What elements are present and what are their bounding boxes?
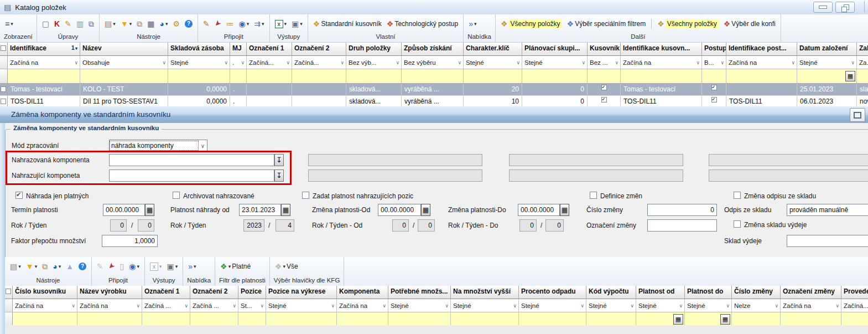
filter-input-ozna-en-1[interactable]	[247, 69, 292, 83]
row-select-cell[interactable]	[0, 84, 8, 95]
filter-input-pozice[interactable]	[238, 312, 266, 326]
mode-select[interactable]: náhrada komponenty ∨	[109, 140, 207, 152]
filter-select-platnost-do[interactable]: Stejné∨	[685, 299, 732, 312]
filter-input-pozice-na-v-krese[interactable]	[266, 312, 337, 326]
validity-change-to-calendar-button[interactable]: ▦	[560, 204, 569, 216]
column-header-zalo-il[interactable]: Založil	[857, 43, 868, 55]
compass-icon-button[interactable]: ◕▾	[51, 262, 62, 271]
filter-select-druh-polo-ky[interactable]: Bez výb...∨	[346, 56, 402, 69]
replacement-valid-from-input[interactable]: 23.01.2023	[239, 204, 281, 216]
column-header-komponenta[interactable]: Komponenta	[337, 286, 388, 299]
media-icon-button[interactable]: ◉▾	[128, 262, 141, 271]
column-header-ozna-en-1[interactable]: Označení 1	[142, 286, 190, 299]
minimize-button[interactable]	[813, 2, 833, 13]
grid-report-icon-button[interactable]: ▦	[146, 19, 155, 28]
column-header-slo-zm-ny[interactable]: Číslo změny	[732, 286, 781, 299]
validity-change-from-input[interactable]: 00.00.0000	[378, 204, 421, 216]
kfg-header-filter-button[interactable]: ❖▾Vše	[274, 262, 299, 271]
archive-replaced-checkbox[interactable]	[173, 192, 180, 199]
filter-select-k-d-v-po-tu[interactable]: Stejné∨	[586, 299, 636, 312]
filter-input-pot-ebn-mno-s[interactable]	[388, 312, 451, 326]
filter-input-proveden[interactable]	[841, 312, 868, 326]
column-header-ozna-en-1[interactable]: Označení 1	[247, 43, 292, 55]
filter-input-na-mno-stv-vy[interactable]	[451, 312, 519, 326]
validity-term-calendar-button[interactable]: ▦	[145, 204, 154, 216]
filter-input-postup[interactable]	[702, 69, 726, 83]
issue-warehouse-change-checkbox[interactable]	[734, 220, 741, 228]
column-header-datum-zalo-en[interactable]: Datum založení	[797, 43, 857, 55]
filter-input-zp-sob-z-sk-n[interactable]	[402, 69, 464, 83]
cell-checkbox[interactable]	[711, 97, 717, 102]
agenda-icon-button[interactable]: ▤▾	[103, 19, 117, 28]
filter-select-datum-zalo-en[interactable]: Stejné∨	[797, 56, 857, 69]
replaced-component-lookup-button[interactable]: ↧	[274, 154, 284, 166]
filter-select-slo-kusovn-ku[interactable]: Začíná na∨	[13, 299, 77, 312]
filter-input-platnost-do[interactable]: ▦	[685, 312, 732, 326]
settings-icon-button[interactable]: ⚙	[172, 19, 181, 28]
column-header-charakter-kl[interactable]: Charakter.klíč	[464, 43, 522, 55]
filter-select-ozna-en-2[interactable]: Začíná...∨	[292, 56, 346, 69]
filter-select-ozna-en-2[interactable]: Začíná ...∨	[190, 299, 238, 312]
filter-select-identifikace-kusovn[interactable]: Začíná na∨	[621, 56, 702, 69]
filter-select-postup[interactable]: B...∨	[702, 56, 726, 69]
filter-input-n-zev[interactable]	[80, 69, 168, 83]
filter-input-identifikace[interactable]	[8, 69, 80, 83]
table-row[interactable]: Tomas - testovacíKOLO - TEST0,0000.sklad…	[0, 84, 868, 96]
filter-select-identifikace-post[interactable]: Začíná na∨	[726, 56, 797, 69]
change-definition-checkbox[interactable]	[590, 192, 597, 199]
column-header-n-zev[interactable]: Název	[80, 43, 168, 55]
filter-select-na-mno-stv-vy[interactable]: Stejné∨	[451, 299, 519, 312]
filter-icon-button[interactable]: ▼▾	[25, 262, 38, 271]
quantity-factor-input[interactable]: 1,0000	[102, 235, 158, 247]
menu-more-icon-button[interactable]: »▾	[467, 19, 477, 28]
replacement-valid-from-calendar-button[interactable]: ▦	[281, 204, 290, 216]
column-header-pl-novac-skupi[interactable]: Plánovací skupi...	[522, 43, 588, 55]
column-header-ozna-en-zm-ny[interactable]: Označení změny	[781, 286, 841, 299]
filter-select-ozna-en-1[interactable]: Začíná...∨	[247, 56, 292, 69]
issue-warehouse-input[interactable]	[787, 235, 868, 247]
column-header-pot-ebn-mno-s[interactable]: Potřebné množs...	[388, 286, 451, 299]
column-header-k-d-v-po-tu[interactable]: Kód výpočtu	[586, 286, 636, 299]
delete-record-icon-button[interactable]: ▥	[75, 19, 85, 28]
filter-select-ozna-en-zm-ny[interactable]: Začíná na∨	[781, 299, 841, 312]
filter-input-mj[interactable]	[230, 69, 247, 83]
filter-select-pl-novac-skupi[interactable]: Stejné∨	[522, 56, 588, 69]
filter-select-platnost-od[interactable]: Stejné∨	[636, 299, 685, 312]
filter-select-n-zev-v-robku[interactable]: Začíná na∨	[77, 299, 142, 312]
column-header-platnost-od[interactable]: Platnost od	[636, 286, 685, 299]
standard-bom-button[interactable]: ❖Standardní kusovník	[312, 19, 383, 28]
filter-input-pl-novac-skupi[interactable]	[522, 69, 588, 83]
column-header-proveden[interactable]: Provedení	[841, 286, 868, 299]
select-all-checkbox[interactable]	[1, 45, 6, 51]
calendar-icon[interactable]: ▦	[845, 71, 855, 81]
column-header-pozice[interactable]: Pozice	[238, 286, 266, 299]
filter-input-ozna-en-1[interactable]	[142, 312, 190, 326]
filter-input-k-d-v-po-tu[interactable]	[586, 312, 636, 326]
filter-select-kusovn-k[interactable]: Bez ...∨	[588, 56, 621, 69]
column-header-n-zev-v-robku[interactable]: Název výrobku	[77, 286, 142, 299]
calendar-icon[interactable]: ▦	[720, 314, 730, 325]
filter-select-identifikace[interactable]: Začíná na∨	[8, 56, 80, 69]
cell-checkbox[interactable]	[601, 97, 607, 102]
note-icon-button[interactable]: ✎	[96, 262, 105, 271]
checklist-icon-button[interactable]: ≔	[225, 19, 235, 28]
filter-select-komponenta[interactable]: Začíná na∨	[337, 299, 388, 312]
replacing-component-lookup-button[interactable]: ↧	[274, 169, 284, 182]
print-icon-button[interactable]: ▣▾	[290, 19, 304, 28]
filter-input-charakter-kl[interactable]	[464, 69, 522, 83]
column-header-identifikace[interactable]: Identifikace1	[8, 43, 80, 55]
validity-positions-checkbox[interactable]	[302, 192, 309, 199]
tech-process-button[interactable]: ❖Technologický postup	[386, 19, 459, 28]
print-icon-button[interactable]: ▣▾	[165, 262, 179, 271]
column-header-skladov-z-soba[interactable]: Skladová zásoba	[168, 43, 230, 55]
filter-select-charakter-kl[interactable]: Stejné∨	[464, 56, 522, 69]
filter-icon-button[interactable]: ▼▾	[119, 19, 133, 28]
excel-export-icon-button[interactable]: x▾	[149, 262, 163, 271]
help-icon-button[interactable]: ?	[77, 262, 87, 271]
filter-select-pozice-na-v-krese[interactable]: Stejné∨	[266, 299, 337, 312]
filter-input-ozna-en-zm-ny[interactable]	[781, 312, 841, 326]
edit-record-icon-button[interactable]: ✎	[64, 19, 72, 28]
filter-select-pozice[interactable]: St...∨	[238, 299, 266, 312]
cell-checkbox[interactable]	[601, 85, 607, 90]
column-header-platnost-do[interactable]: Platnost do	[685, 286, 732, 299]
